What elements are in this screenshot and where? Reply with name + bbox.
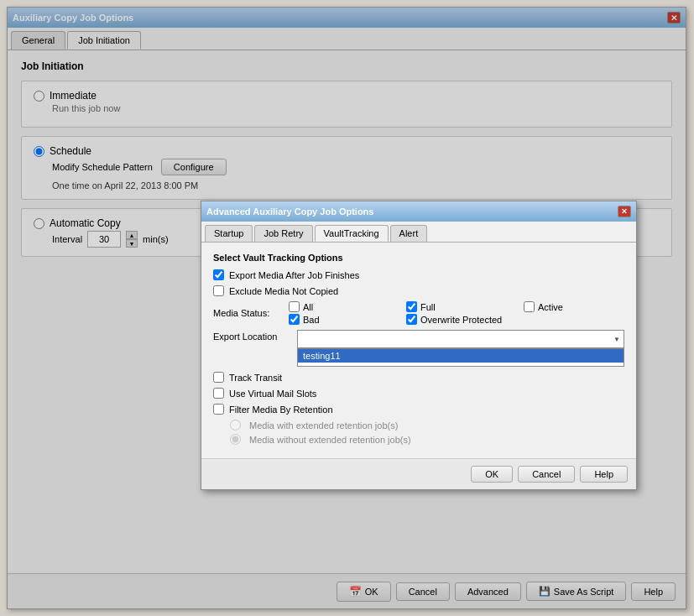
export-location-row: Export Location ▼ testing11 [213, 330, 624, 348]
export-media-row: Export Media After Job Finishes [213, 269, 624, 280]
media-status-label: Media Status: [213, 308, 289, 318]
dialog-ok-button[interactable]: OK [471, 466, 513, 483]
exclude-media-label: Exclude Media Not Copied [229, 286, 338, 296]
dialog-content: Select Vault Tracking Options Export Med… [201, 243, 636, 458]
all-label: All [303, 302, 313, 312]
active-label: Active [538, 302, 563, 312]
media-check-line-2: Bad Overwrite Protected [289, 314, 624, 325]
retention-with-extended-label: Media with extended retention job(s) [249, 420, 398, 431]
filter-media-label: Filter Media By Retention [229, 405, 333, 415]
track-transit-checkbox[interactable] [213, 372, 224, 383]
filter-media-checkbox[interactable] [213, 404, 224, 415]
overwrite-protected-label: Overwrite Protected [420, 315, 502, 325]
track-transit-row: Track Transit [213, 372, 624, 383]
full-checkbox-item: Full [406, 301, 507, 312]
overwrite-protected-checkbox[interactable] [406, 314, 417, 325]
retention-without-extended-radio[interactable] [230, 434, 241, 445]
active-checkbox-item: Active [524, 301, 624, 312]
filter-media-row: Filter Media By Retention [213, 404, 624, 415]
all-checkbox[interactable] [289, 301, 300, 312]
exclude-media-row: Exclude Media Not Copied [213, 285, 624, 296]
full-checkbox[interactable] [406, 301, 417, 312]
dialog-cancel-button[interactable]: Cancel [518, 466, 575, 483]
dropdown-list: testing11 [297, 348, 624, 367]
dialog-help-button[interactable]: Help [580, 466, 628, 483]
retention-options: Media with extended retention job(s) Med… [230, 420, 624, 445]
export-location-label: Export Location [213, 330, 297, 342]
exclude-media-checkbox[interactable] [213, 285, 224, 296]
active-checkbox[interactable] [524, 301, 535, 312]
dialog-title: Advanced Auxiliary Copy Job Options [206, 206, 373, 217]
bad-checkbox-item: Bad [289, 314, 389, 325]
export-location-dropdown: ▼ testing11 [297, 330, 624, 348]
retention-without-extended-label: Media without extended retention job(s) [249, 435, 411, 445]
dialog-bottom-bar: OK Cancel Help [201, 458, 636, 489]
advanced-dialog: Advanced Auxiliary Copy Job Options ✕ St… [201, 201, 637, 490]
media-check-line-1: All Full Active [289, 301, 624, 312]
dialog-tab-alert[interactable]: Alert [390, 225, 428, 242]
dialog-tab-bar: Startup Job Retry VaultTracking Alert [201, 222, 636, 243]
retention-with-extended-radio[interactable] [230, 420, 241, 431]
track-transit-label: Track Transit [229, 373, 282, 383]
vault-tracking-section-title: Select Vault Tracking Options [213, 253, 624, 263]
dialog-title-bar: Advanced Auxiliary Copy Job Options ✕ [201, 201, 636, 222]
dropdown-box[interactable]: ▼ [297, 330, 624, 348]
retention-without-extended-row: Media without extended retention job(s) [230, 434, 624, 445]
media-status-row: Media Status: All Full [213, 301, 624, 325]
dropdown-item-testing11[interactable]: testing11 [298, 349, 624, 363]
retention-with-extended-row: Media with extended retention job(s) [230, 420, 624, 431]
bad-label: Bad [303, 315, 320, 325]
dropdown-arrow-icon: ▼ [613, 336, 620, 343]
dialog-tab-startup[interactable]: Startup [205, 225, 253, 242]
dialog-tab-vault-tracking[interactable]: VaultTracking [315, 225, 389, 242]
overwrite-protected-checkbox-item: Overwrite Protected [406, 314, 507, 325]
export-media-label: Export Media After Job Finishes [229, 270, 359, 280]
all-checkbox-item: All [289, 301, 389, 312]
dialog-overlay: Advanced Auxiliary Copy Job Options ✕ St… [8, 8, 686, 608]
dialog-close-button[interactable]: ✕ [618, 206, 631, 217]
virtual-mail-slots-label: Use Virtual Mail Slots [229, 389, 316, 399]
virtual-mail-slots-row: Use Virtual Mail Slots [213, 388, 624, 399]
export-media-checkbox[interactable] [213, 269, 224, 280]
dialog-tab-job-retry[interactable]: Job Retry [254, 225, 312, 242]
main-window: Auxiliary Copy Job Options ✕ General Job… [7, 7, 686, 609]
bad-checkbox[interactable] [289, 314, 300, 325]
full-label: Full [420, 302, 436, 312]
virtual-mail-slots-checkbox[interactable] [213, 388, 224, 399]
dropdown-item-empty[interactable] [298, 363, 624, 366]
media-checkboxes: All Full Active [289, 301, 624, 325]
